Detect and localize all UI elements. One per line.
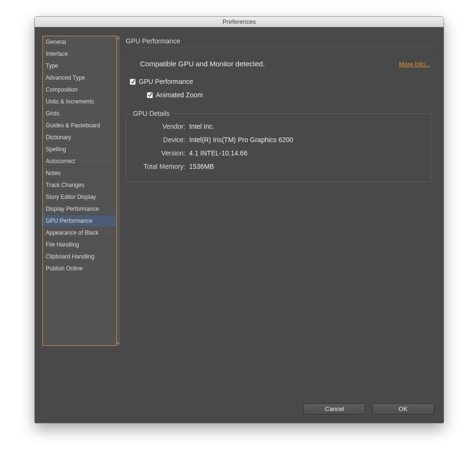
memory-label: Total Memory: (133, 163, 185, 170)
memory-value: 1536MB (185, 163, 214, 170)
window-titlebar: Preferences (35, 17, 444, 27)
sidebar-item-story-editor-display[interactable]: Story Editor Display (43, 191, 116, 203)
sidebar-item-units-increments[interactable]: Units & Increments (43, 96, 116, 108)
vendor-label: Vendor: (133, 123, 185, 130)
status-row: Compatible GPU and Monitor detected. Mor… (126, 48, 437, 76)
gpu-details-fieldset: GPU Details Vendor: Intel Inc. Device: I… (126, 113, 431, 182)
vendor-value: Intel Inc. (185, 123, 214, 130)
scroll-up-icon[interactable] (117, 37, 120, 39)
sidebar-item-spelling[interactable]: Spelling (43, 144, 116, 155)
sidebar-item-dictionary[interactable]: Dictionary (43, 132, 116, 144)
sidebar-item-track-changes[interactable]: Track Changes (43, 179, 116, 191)
sidebar-item-publish-online[interactable]: Publish Online (43, 263, 116, 275)
sidebar-item-composition[interactable]: Composition (43, 84, 116, 96)
cancel-button[interactable]: Cancel (304, 403, 365, 414)
panel-title: GPU Performance (126, 36, 437, 48)
sidebar-item-file-handling[interactable]: File Handling (43, 239, 116, 251)
animated-zoom-checkbox-row[interactable]: Animated Zoom (126, 90, 437, 100)
gpu-details-legend: GPU Details (131, 110, 172, 117)
main-panel: GPU Performance Compatible GPU and Monit… (126, 36, 437, 394)
sidebar-item-guides-pasteboard[interactable]: Guides & Pasteboard (43, 120, 116, 132)
sidebar-wrap: GeneralInterfaceTypeAdvanced TypeComposi… (42, 36, 120, 394)
checkbox-checked-icon[interactable] (130, 79, 136, 85)
gpu-performance-label: GPU Performance (139, 78, 193, 85)
more-info-link[interactable]: More Info... (399, 61, 430, 68)
gpu-status-text: Compatible GPU and Monitor detected. (140, 60, 399, 68)
sidebar-item-grids[interactable]: Grids (43, 108, 116, 120)
sidebar-scrollbar[interactable] (117, 36, 120, 346)
gpu-performance-checkbox-row[interactable]: GPU Performance (126, 76, 437, 87)
memory-row: Total Memory: 1536MB (133, 160, 424, 173)
category-sidebar[interactable]: GeneralInterfaceTypeAdvanced TypeComposi… (42, 36, 117, 346)
sidebar-item-notes[interactable]: Notes (43, 167, 116, 179)
version-label: Version: (133, 149, 185, 157)
window-body: GeneralInterfaceTypeAdvanced TypeComposi… (35, 27, 444, 423)
sidebar-item-advanced-type[interactable]: Advanced Type (43, 72, 116, 84)
checkbox-checked-icon[interactable] (147, 92, 153, 98)
sidebar-item-autocorrect[interactable]: Autocorrect (43, 155, 116, 167)
dialog-footer: Cancel OK (35, 399, 444, 423)
ok-button[interactable]: OK (372, 403, 434, 414)
device-value: Intel(R) Iris(TM) Pro Graphics 6200 (185, 136, 294, 144)
sidebar-item-general[interactable]: General (43, 36, 116, 48)
device-label: Device: (133, 136, 185, 144)
sidebar-item-interface[interactable]: Interface (43, 48, 116, 60)
sidebar-item-clipboard-handling[interactable]: Clipboard Handling (43, 251, 116, 263)
sidebar-item-type[interactable]: Type (43, 60, 116, 72)
version-row: Version: 4.1 INTEL-10.14.66 (133, 146, 424, 160)
window-title: Preferences (223, 18, 256, 25)
vendor-row: Vendor: Intel Inc. (133, 120, 424, 133)
animated-zoom-label: Animated Zoom (156, 91, 203, 99)
sidebar-item-display-performance[interactable]: Display Performance (43, 203, 116, 215)
content-area: GeneralInterfaceTypeAdvanced TypeComposi… (35, 27, 444, 399)
sidebar-item-gpu-performance[interactable]: GPU Performance (43, 215, 116, 227)
version-value: 4.1 INTEL-10.14.66 (185, 149, 247, 157)
preferences-window: Preferences GeneralInterfaceTypeAdvanced… (34, 16, 444, 423)
sidebar-item-appearance-of-black[interactable]: Appearance of Black (43, 227, 116, 239)
scroll-down-icon[interactable] (117, 342, 120, 345)
device-row: Device: Intel(R) Iris(TM) Pro Graphics 6… (133, 133, 424, 146)
